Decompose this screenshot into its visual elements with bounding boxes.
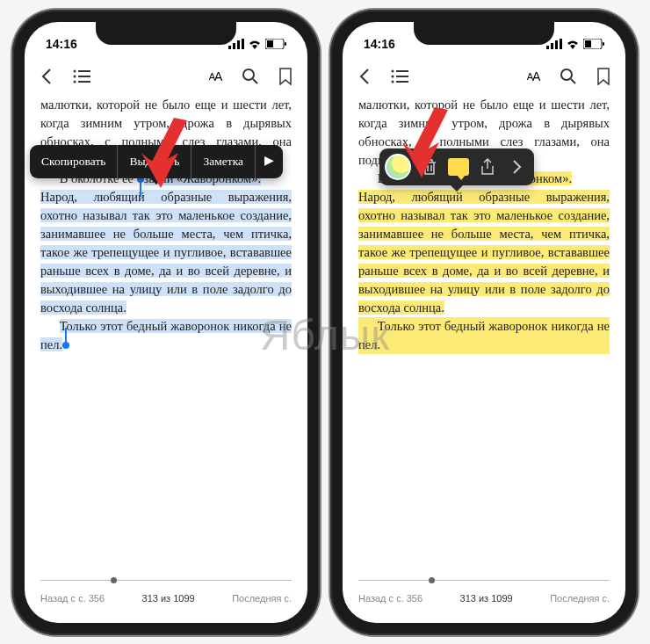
svg-point-22	[392, 69, 394, 72]
copy-button[interactable]: Скопировать	[30, 145, 118, 178]
note-button[interactable]: Заметка	[191, 145, 256, 178]
add-note-icon[interactable]	[448, 158, 469, 176]
back-icon[interactable]	[37, 67, 56, 86]
svg-point-11	[74, 80, 76, 83]
svg-rect-15	[546, 46, 549, 49]
nav-last-label[interactable]: Последняя с.	[550, 593, 610, 604]
svg-point-7	[74, 69, 76, 72]
battery-icon	[265, 39, 286, 49]
selected-text[interactable]: Народ, любящий образные выражения, охотн…	[40, 190, 292, 315]
search-icon[interactable]	[241, 67, 260, 86]
highlight-button[interactable]: Выделить	[118, 145, 191, 178]
nav-back-label[interactable]: Назад с с. 356	[40, 593, 105, 604]
selection-handle-end[interactable]	[62, 342, 69, 349]
reader-content: малютки, которой не было еще и шести лет…	[25, 96, 307, 354]
toc-icon[interactable]	[390, 67, 409, 86]
next-arrow-icon[interactable]	[506, 156, 529, 178]
selected-text[interactable]: Только этот бедный жаворонок никогда не …	[40, 317, 292, 354]
more-arrow-icon[interactable]: ▶	[256, 145, 283, 178]
highlight-popover	[379, 148, 534, 185]
svg-rect-16	[551, 43, 553, 49]
svg-rect-21	[603, 42, 604, 46]
toc-icon[interactable]	[72, 67, 91, 86]
status-time: 14:16	[46, 37, 77, 51]
svg-point-13	[243, 69, 254, 80]
svg-rect-23	[396, 70, 408, 72]
screen-left: 14:16 AA малютки, которой не было еще и …	[25, 22, 307, 623]
text-selection-popover: Скопировать Выделить Заметка ▶	[30, 145, 283, 178]
bookmark-icon[interactable]	[594, 67, 613, 86]
notch	[414, 22, 554, 45]
svg-line-29	[571, 79, 575, 83]
highlight-color-picker[interactable]	[385, 154, 411, 180]
status-time: 14:16	[364, 37, 395, 51]
svg-point-24	[392, 75, 394, 77]
battery-icon	[583, 39, 604, 49]
slider-thumb[interactable]	[429, 577, 435, 583]
svg-rect-20	[585, 40, 591, 47]
share-icon[interactable]	[476, 156, 499, 178]
svg-rect-6	[285, 42, 286, 46]
nav-page-label: 313 из 1099	[142, 593, 195, 604]
svg-point-28	[561, 69, 572, 80]
delete-highlight-icon[interactable]	[418, 156, 441, 178]
highlighted-text[interactable]: Только этот бедный жаворонок никогда не …	[358, 317, 610, 354]
notch	[96, 22, 236, 45]
nav-page-label: 313 из 1099	[460, 593, 513, 604]
page-slider[interactable]	[40, 580, 292, 581]
bookmark-icon[interactable]	[276, 67, 295, 86]
reader-content: малютки, которой не было еще и шести лет…	[343, 96, 625, 354]
svg-rect-1	[233, 43, 235, 49]
svg-rect-18	[560, 39, 562, 49]
svg-rect-12	[78, 81, 90, 83]
slider-thumb[interactable]	[111, 577, 117, 583]
svg-rect-27	[396, 81, 408, 83]
svg-rect-25	[396, 76, 408, 77]
back-icon[interactable]	[355, 67, 374, 86]
svg-rect-5	[267, 40, 273, 47]
font-size-icon[interactable]: AA	[524, 67, 543, 86]
reader-toolbar: AA	[343, 57, 625, 96]
highlighted-text[interactable]: Народ, любящий образные выражения, охотн…	[358, 190, 610, 315]
wifi-icon	[566, 39, 580, 49]
svg-rect-2	[237, 40, 240, 49]
phone-right: 14:16 AA малютки, которой не было еще и …	[330, 10, 638, 635]
reader-toolbar: AA	[25, 57, 307, 96]
nav-last-label[interactable]: Последняя с.	[232, 593, 292, 604]
svg-rect-8	[78, 70, 90, 72]
svg-line-14	[253, 79, 257, 83]
svg-point-9	[74, 75, 76, 77]
page-slider[interactable]	[358, 580, 610, 581]
svg-rect-17	[555, 40, 558, 49]
svg-rect-10	[78, 76, 90, 77]
font-size-icon[interactable]: AA	[206, 67, 225, 86]
wifi-icon	[248, 39, 262, 49]
screen-right: 14:16 AA малютки, которой не было еще и …	[343, 22, 625, 623]
page-navigation: Назад с с. 356 313 из 1099 Последняя с.	[40, 580, 292, 604]
page-navigation: Назад с с. 356 313 из 1099 Последняя с.	[358, 580, 610, 604]
phone-left: 14:16 AA малютки, которой не было еще и …	[12, 10, 320, 635]
svg-rect-3	[242, 39, 244, 49]
svg-rect-0	[228, 46, 231, 49]
svg-point-26	[392, 80, 394, 83]
status-indicators	[546, 39, 604, 49]
status-indicators	[228, 39, 286, 49]
search-icon[interactable]	[559, 67, 578, 86]
nav-back-label[interactable]: Назад с с. 356	[358, 593, 422, 604]
